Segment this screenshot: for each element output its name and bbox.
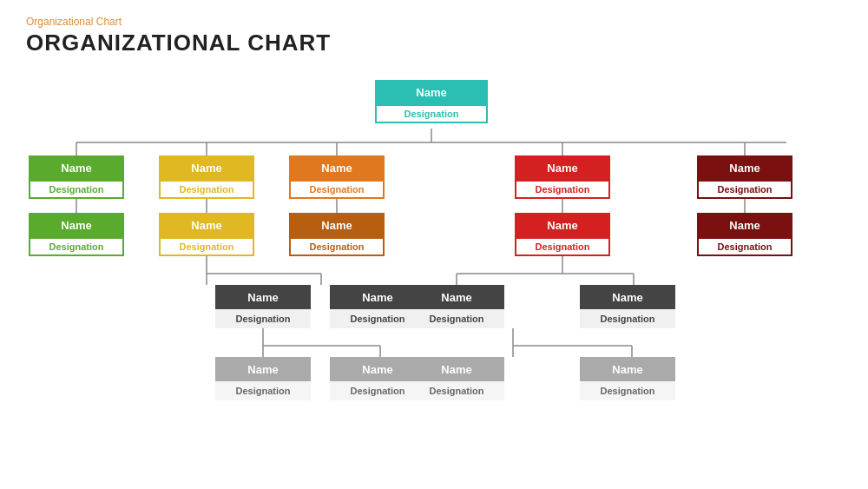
node-name: Name	[289, 213, 385, 237]
page: Organizational Chart ORGANIZATIONAL CHAR…	[0, 0, 868, 489]
node-designation: Designation	[159, 180, 254, 199]
node-l4-right1: Name Designation	[409, 357, 504, 400]
node-name: Name	[580, 285, 675, 309]
node-l3-left1: Name Designation	[215, 285, 311, 328]
node-designation: Designation	[515, 180, 610, 199]
connector-lines	[0, 69, 868, 489]
node-name: Name	[29, 213, 124, 237]
node-l3-right2: Name Designation	[580, 285, 675, 328]
node-l3-right1: Name Designation	[409, 285, 504, 328]
node-l2-yellow: Name Designation	[159, 155, 254, 199]
node-l2b-red: Name Designation	[515, 213, 610, 256]
node-designation: Designation	[159, 237, 254, 256]
node-l4-right2: Name Designation	[580, 357, 675, 400]
node-designation: Designation	[29, 180, 124, 199]
node-designation: Designation	[215, 381, 311, 400]
node-l4-left1: Name Designation	[215, 357, 311, 400]
header: Organizational Chart ORGANIZATIONAL CHAR…	[0, 0, 868, 62]
node-name: Name	[697, 155, 792, 180]
node-l2b-yellow: Name Designation	[159, 213, 254, 256]
node-name: Name	[159, 213, 254, 237]
node-name: Name	[215, 285, 311, 309]
node-root: Name Designation	[375, 80, 488, 123]
node-name: Name	[409, 357, 504, 381]
node-name: Name	[697, 213, 792, 237]
page-subtitle: Organizational Chart	[26, 16, 842, 28]
node-name: Name	[515, 213, 610, 237]
node-designation: Designation	[29, 237, 124, 256]
node-l2-darkred: Name Designation	[697, 155, 792, 199]
node-name: Name	[159, 155, 254, 180]
node-l2-orange: Name Designation	[289, 155, 385, 199]
node-name: Name	[580, 357, 675, 381]
node-designation: Designation	[697, 180, 792, 199]
node-name: Name	[515, 155, 610, 180]
node-designation: Designation	[697, 237, 792, 256]
node-designation: Designation	[409, 309, 504, 328]
node-designation: Designation	[289, 180, 385, 199]
node-name: Name	[289, 155, 385, 180]
node-root-designation: Designation	[375, 104, 488, 123]
node-root-name: Name	[375, 80, 488, 104]
node-name: Name	[29, 155, 124, 180]
node-designation: Designation	[289, 237, 385, 256]
node-l2-red: Name Designation	[515, 155, 610, 199]
node-designation: Designation	[409, 381, 504, 400]
node-name: Name	[215, 357, 311, 381]
node-l2b-green: Name Designation	[29, 213, 124, 256]
org-chart: Name Designation Name Designation Name D…	[0, 69, 868, 489]
node-l2-green: Name Designation	[29, 155, 124, 199]
node-name: Name	[409, 285, 504, 309]
node-l2b-darkred: Name Designation	[697, 213, 792, 256]
page-title: ORGANIZATIONAL CHART	[26, 30, 842, 56]
node-designation: Designation	[215, 309, 311, 328]
node-l2b-darkorange: Name Designation	[289, 213, 385, 256]
node-designation: Designation	[580, 309, 675, 328]
node-designation: Designation	[580, 381, 675, 400]
node-designation: Designation	[515, 237, 610, 256]
